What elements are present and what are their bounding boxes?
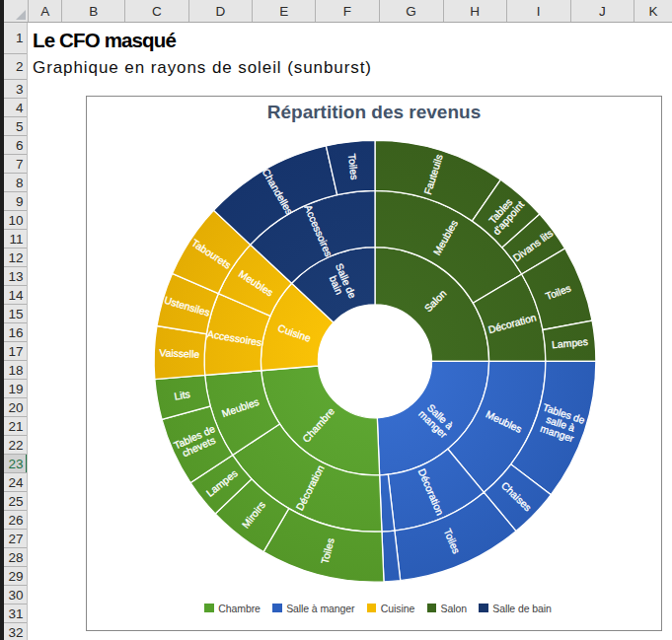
legend-item-salon[interactable]: Salon bbox=[427, 603, 467, 614]
legend-label: Salle de bain bbox=[492, 603, 551, 614]
column-header-K[interactable]: K bbox=[634, 0, 672, 22]
row-header-24[interactable]: 24 bbox=[4, 472, 28, 491]
excel-worksheet: ABCDEFGHIJK 1234567891011121314151617181… bbox=[0, 0, 672, 640]
sunburst-plot: SalonMeublesFauteuilsTablesd'appointDiva… bbox=[87, 97, 663, 632]
column-header-I[interactable]: I bbox=[506, 0, 570, 22]
column-header-E[interactable]: E bbox=[252, 0, 315, 22]
row-header-14[interactable]: 14 bbox=[4, 285, 28, 304]
legend-swatch bbox=[427, 604, 437, 613]
row-headers-border bbox=[27, 23, 28, 640]
cell-a1[interactable]: Le CFO masqué bbox=[33, 29, 176, 52]
row-header-13[interactable]: 13 bbox=[4, 266, 28, 285]
legend-label: Chambre bbox=[218, 603, 261, 614]
legend-swatch bbox=[204, 604, 214, 613]
column-header-D[interactable]: D bbox=[188, 0, 253, 22]
row-header-17[interactable]: 17 bbox=[4, 341, 28, 360]
sunburst-chart[interactable]: Répartition des revenus SalonMeublesFaut… bbox=[86, 96, 662, 631]
column-headers: ABCDEFGHIJK bbox=[28, 0, 672, 23]
row-header-10[interactable]: 10 bbox=[4, 210, 28, 229]
row-header-18[interactable]: 18 bbox=[4, 360, 28, 379]
row-header-11[interactable]: 11 bbox=[4, 229, 28, 248]
row-header-2[interactable]: 2 bbox=[4, 53, 28, 79]
legend-swatch bbox=[479, 604, 488, 613]
column-header-J[interactable]: J bbox=[570, 0, 635, 22]
row-header-1[interactable]: 1 bbox=[4, 23, 28, 53]
row-header-28[interactable]: 28 bbox=[4, 547, 28, 566]
row-header-5[interactable]: 5 bbox=[4, 116, 28, 135]
row-header-15[interactable]: 15 bbox=[4, 304, 28, 322]
column-header-G[interactable]: G bbox=[379, 0, 443, 22]
row-header-8[interactable]: 8 bbox=[4, 173, 28, 191]
select-all-corner[interactable] bbox=[4, 0, 28, 23]
row-header-3[interactable]: 3 bbox=[4, 79, 28, 98]
row-header-21[interactable]: 21 bbox=[4, 416, 28, 435]
row-header-6[interactable]: 6 bbox=[4, 135, 28, 154]
row-header-7[interactable]: 7 bbox=[4, 154, 28, 173]
row-headers: 1234567891011121314151617181920212223242… bbox=[4, 23, 28, 640]
select-all-triangle-icon bbox=[16, 10, 26, 20]
legend-item-cuisine[interactable]: Cuisine bbox=[367, 603, 414, 614]
legend-label: Salon bbox=[441, 603, 467, 614]
row-header-27[interactable]: 27 bbox=[4, 529, 28, 547]
legend-item-chambre[interactable]: Chambre bbox=[204, 603, 261, 614]
legend-item-salle-à-manger[interactable]: Salle à manger bbox=[272, 603, 354, 614]
legend-swatch bbox=[367, 604, 377, 613]
row-header-23[interactable]: 23 bbox=[4, 454, 28, 472]
row-header-32[interactable]: 32 bbox=[4, 622, 28, 640]
column-header-H[interactable]: H bbox=[443, 0, 506, 22]
row-header-25[interactable]: 25 bbox=[4, 491, 28, 510]
row-header-29[interactable]: 29 bbox=[4, 566, 28, 585]
row-header-4[interactable]: 4 bbox=[4, 98, 28, 116]
cell-a2[interactable]: Graphique en rayons de soleil (sunburst) bbox=[33, 58, 372, 78]
row-header-20[interactable]: 20 bbox=[4, 397, 28, 416]
row-header-9[interactable]: 9 bbox=[4, 191, 28, 210]
legend-label: Cuisine bbox=[381, 603, 414, 614]
column-header-A[interactable]: A bbox=[28, 0, 61, 22]
legend-swatch bbox=[272, 604, 282, 613]
row-header-12[interactable]: 12 bbox=[4, 248, 28, 266]
column-header-B[interactable]: B bbox=[61, 0, 124, 22]
row-header-19[interactable]: 19 bbox=[4, 379, 28, 397]
legend-item-salle-de-bain[interactable]: Salle de bain bbox=[479, 603, 551, 614]
segment-label: Vaisselle bbox=[159, 347, 199, 360]
row-header-31[interactable]: 31 bbox=[4, 604, 28, 622]
row-header-26[interactable]: 26 bbox=[4, 510, 28, 529]
chart-legend: ChambreSalle à mangerCuisineSalonSalle d… bbox=[95, 603, 661, 614]
row-header-22[interactable]: 22 bbox=[4, 435, 28, 454]
column-header-F[interactable]: F bbox=[315, 0, 379, 22]
legend-label: Salle à manger bbox=[286, 603, 354, 614]
row-header-30[interactable]: 30 bbox=[4, 585, 28, 604]
row-header-16[interactable]: 16 bbox=[4, 322, 28, 341]
column-header-C[interactable]: C bbox=[124, 0, 187, 22]
